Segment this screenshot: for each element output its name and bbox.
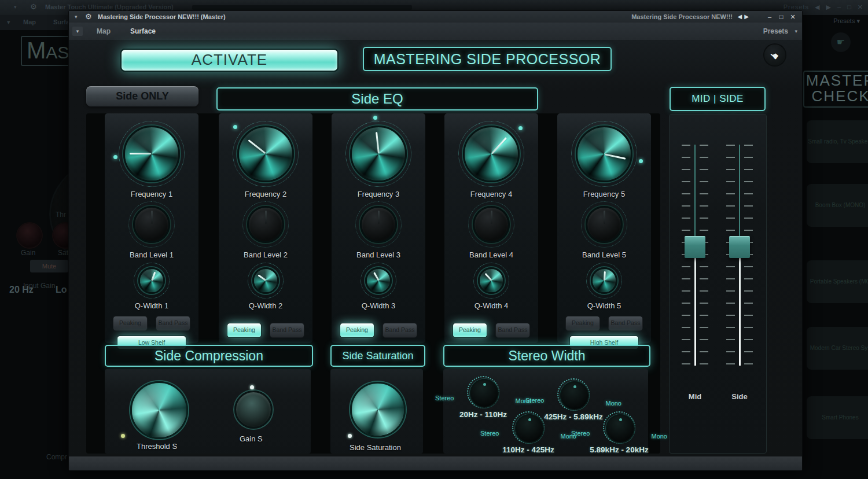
background-tab-map[interactable]: Map	[23, 19, 36, 25]
fader-track[interactable]	[739, 145, 740, 246]
q-width-1-label: Q-Width 1	[135, 301, 169, 310]
plugin-title: MASTERING SIDE PROCESSOR	[363, 47, 612, 71]
q-width-3-knob[interactable]	[361, 263, 396, 299]
q-width-4-knob[interactable]	[473, 263, 509, 299]
chevron-down-icon[interactable]: ▾	[72, 27, 83, 36]
band-level-3-knob[interactable]	[355, 201, 402, 248]
band-level-2-knob[interactable]	[242, 201, 289, 248]
close-button[interactable]: ✕	[858, 3, 863, 10]
background-tab-surface[interactable]: Surfa	[53, 19, 69, 25]
fader-track[interactable]	[739, 246, 741, 366]
band-pass-button-5[interactable]: Band Pass	[608, 316, 643, 331]
tab-surface[interactable]: Surface	[122, 23, 164, 40]
chevron-down-icon[interactable]: ▾	[14, 4, 17, 10]
gain-knob-background[interactable]	[17, 223, 42, 248]
q-width-3-label: Q-Width 3	[362, 301, 396, 310]
speaker-preset-button[interactable]: Modern Car Stereo Sys	[807, 327, 868, 370]
knob-indicator-dot	[518, 126, 523, 130]
prev-icon[interactable]: ◀	[815, 3, 820, 10]
stereo-width-knob-4[interactable]	[603, 411, 635, 444]
gear-icon[interactable]: ⚙	[30, 2, 37, 11]
peaking-button-4[interactable]: Peaking	[453, 323, 487, 338]
stereo-width-knob-3[interactable]	[512, 411, 545, 444]
frequency-1-label: Frequency 1	[131, 190, 172, 198]
band-pass-button-2[interactable]: Band Pass	[270, 323, 304, 338]
band-level-4-knob[interactable]	[468, 201, 514, 248]
peaking-button-2[interactable]: Peaking	[227, 323, 262, 338]
frequency-4-knob[interactable]	[458, 121, 524, 187]
sat-label-background: Sat	[58, 249, 68, 257]
band-level-1-knob[interactable]	[128, 201, 175, 248]
next-icon[interactable]: ▶	[826, 3, 832, 10]
minimize-button[interactable]: –	[765, 13, 774, 21]
gain-s-knob[interactable]	[234, 390, 273, 429]
next-preset-button[interactable]: ▶	[744, 13, 751, 20]
band-pass-button-3[interactable]: Band Pass	[382, 323, 417, 338]
speaker-preset-button[interactable]: Smart Phones	[807, 396, 868, 439]
eq-band-4-panel: Frequency 4 Band Level 4 Q-Width 4 Peaki…	[444, 113, 538, 343]
side-compression-panel: Threshold S Gain S	[105, 369, 311, 454]
freq-range-label: 110Hz - 425Hz	[485, 445, 572, 454]
speaker-preset-button[interactable]: Portable Speakers (MO	[807, 260, 868, 303]
peaking-button-5[interactable]: Peaking	[565, 316, 600, 331]
stereo-width-header: Stereo Width	[443, 345, 650, 367]
plugin-titlebar[interactable]: ▾ ⚙ Mastering Side Processor NEW!!! (Mas…	[69, 11, 802, 23]
band-pass-button-1[interactable]: Band Pass	[156, 316, 190, 331]
q-width-1-knob[interactable]	[134, 263, 170, 299]
threshold-label-background: Thr	[56, 211, 66, 219]
band-pass-button-4[interactable]: Band Pass	[495, 323, 530, 338]
mid-fader-handle[interactable]	[685, 236, 705, 258]
side-only-button[interactable]: Side ONLY	[86, 86, 198, 106]
activate-button[interactable]: ACTIVATE	[120, 49, 339, 72]
preset-name[interactable]: Mastering Side Processor NEW!!!	[631, 13, 733, 20]
band-level-5-knob[interactable]	[581, 201, 627, 248]
q-width-5-knob[interactable]	[586, 263, 622, 299]
presets-dropdown[interactable]: Presets	[763, 23, 788, 40]
side-saturation-knob[interactable]	[350, 382, 406, 437]
q-width-2-knob[interactable]	[248, 263, 284, 299]
prev-preset-button[interactable]: ◀	[738, 13, 745, 20]
hand-icon-button[interactable]: ☛	[764, 45, 785, 65]
threshold-s-knob[interactable]	[130, 381, 188, 439]
stereo-width-knob-2[interactable]	[557, 378, 590, 411]
background-presets-label[interactable]: Presets	[784, 3, 809, 10]
knob-indicator-dot	[121, 434, 125, 438]
mute-button-background[interactable]: Mute	[30, 260, 68, 272]
stereo-width-panel: Stereo Mono 20Hz - 110Hz Stereo Mono 425…	[443, 369, 648, 454]
frequency-1-knob[interactable]	[119, 121, 185, 187]
speaker-preset-button[interactable]: Boom Box (MONO)	[807, 184, 868, 227]
side-fader[interactable]: Side	[726, 145, 753, 388]
chevron-down-icon[interactable]: ▾	[75, 14, 78, 20]
maximize-button[interactable]: □	[777, 13, 786, 21]
fader-track[interactable]	[694, 145, 696, 246]
fader-track[interactable]	[694, 246, 696, 366]
maximize-button[interactable]: □	[847, 3, 852, 10]
tab-map[interactable]: Map	[86, 23, 121, 40]
chevron-down-icon[interactable]: ▾	[7, 19, 10, 26]
preset-nav[interactable]: ◀▶	[738, 13, 751, 20]
side-saturation-label: Side Saturation	[350, 443, 401, 452]
peaking-button-3[interactable]: Peaking	[340, 323, 374, 338]
gain-s-label: Gain S	[240, 434, 263, 443]
background-right-presets[interactable]: Presets ▾	[833, 17, 860, 25]
close-button[interactable]: ✕	[788, 13, 797, 21]
plugin-surface: ACTIVATE MASTERING SIDE PROCESSOR ☛ Side…	[69, 40, 802, 470]
window-title: Mastering Side Processor NEW!!! (Master)	[98, 13, 226, 20]
frequency-2-knob[interactable]	[233, 121, 299, 187]
frequency-2-label: Frequency 2	[245, 190, 286, 198]
peaking-button-1[interactable]: Peaking	[113, 316, 148, 331]
frequency-3-knob[interactable]	[345, 121, 411, 187]
master-check-logo: MASTERCHECK	[803, 71, 868, 108]
hand-icon[interactable]: ☛	[831, 32, 851, 52]
chevron-down-icon[interactable]: ▾	[795, 23, 797, 40]
minimize-button[interactable]: –	[837, 3, 841, 10]
speaker-preset-button[interactable]: Small radio, Tv Speakers	[807, 120, 868, 163]
stereo-width-knob-1[interactable]	[467, 376, 499, 408]
frequency-5-knob[interactable]	[571, 121, 637, 187]
band-level-2-label: Band Level 2	[244, 250, 288, 259]
side-fader-handle[interactable]	[729, 236, 750, 258]
mid-fader[interactable]: Mid	[682, 145, 708, 388]
background-tab-bar[interactable]: ▾ Map Surfa	[0, 15, 68, 30]
gear-icon[interactable]: ⚙	[85, 12, 92, 21]
background-window-title: Master Touch Ultimate (Upgraded Version)	[45, 3, 174, 10]
